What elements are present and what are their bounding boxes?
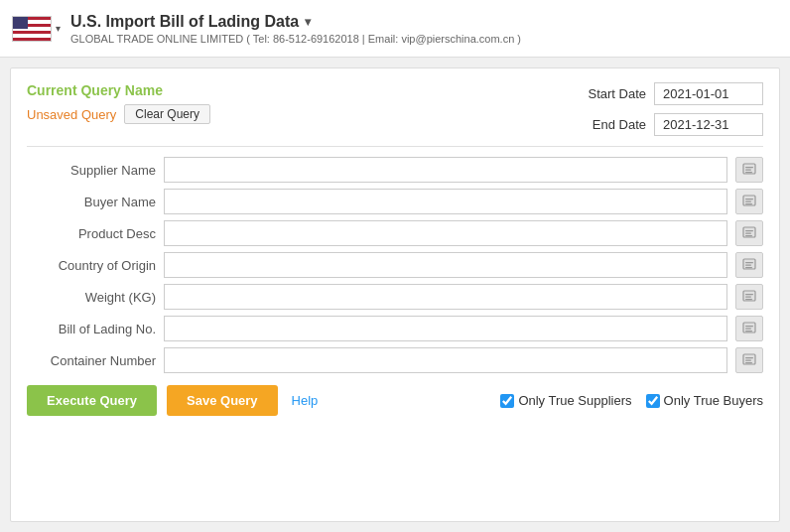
only-true-suppliers-text: Only True Suppliers [518,393,631,408]
footer: Execute Query Save Query Help Only True … [27,385,763,416]
svg-rect-18 [745,297,751,298]
header-title-block: U.S. Import Bill of Lading Data ▾ GLOBAL… [70,13,521,45]
svg-rect-7 [745,203,752,204]
field-input-container-number[interactable] [164,347,727,373]
unsaved-query-text: Unsaved Query [27,107,116,122]
field-row-supplier-name: Supplier Name [27,157,763,183]
query-left: Current Query Name Unsaved Query Clear Q… [27,82,210,124]
date-section: Start Date End Date [582,82,763,136]
us-flag-icon [12,16,52,42]
unsaved-query-row: Unsaved Query Clear Query [27,104,210,124]
flag-dropdown[interactable]: ▾ [12,16,61,42]
title-dropdown-arrow[interactable]: ▾ [305,15,311,29]
query-header: Current Query Name Unsaved Query Clear Q… [27,82,763,136]
field-row-product-desc: Product Desc [27,220,763,246]
only-true-buyers-checkbox[interactable] [646,394,660,408]
field-label-container-number: Container Number [27,353,156,368]
form-fields: Supplier Name Buyer Name Product Desc Co… [27,157,763,373]
svg-rect-1 [745,167,753,168]
field-row-country-of-origin: Country of Origin [27,252,763,278]
svg-rect-5 [745,199,753,200]
svg-rect-3 [745,172,752,173]
save-query-button[interactable]: Save Query [167,385,278,416]
field-icon-country-of-origin[interactable] [735,252,763,278]
svg-rect-22 [745,329,751,330]
end-date-input[interactable] [654,113,763,136]
field-label-bill-of-lading-no: Bill of Lading No. [27,322,156,336]
app-header: ▾ U.S. Import Bill of Lading Data ▾ GLOB… [0,0,790,58]
app-subtitle: GLOBAL TRADE ONLINE LIMITED ( Tel: 86-51… [70,33,521,45]
svg-rect-25 [745,357,753,358]
field-input-weight-kg[interactable] [164,284,727,310]
field-icon-bill-of-lading-no[interactable] [735,316,763,341]
current-query-label: Current Query Name [27,82,210,98]
svg-rect-10 [745,233,751,234]
footer-checkboxes: Only True Suppliers Only True Buyers [500,393,763,408]
svg-rect-6 [745,201,751,202]
clear-query-button[interactable]: Clear Query [124,104,210,124]
help-button[interactable]: Help [288,393,323,408]
only-true-buyers-label[interactable]: Only True Buyers [646,393,763,408]
svg-rect-26 [745,360,751,361]
field-input-bill-of-lading-no[interactable] [164,316,727,341]
svg-rect-9 [745,230,753,231]
field-input-supplier-name[interactable] [164,157,727,183]
field-label-buyer-name: Buyer Name [27,195,156,209]
field-row-container-number: Container Number [27,347,763,373]
field-row-bill-of-lading-no: Bill of Lading No. [27,316,763,341]
start-date-row: Start Date [582,82,763,105]
end-date-row: End Date [582,113,763,136]
end-date-label: End Date [582,117,646,132]
svg-rect-23 [745,331,752,332]
svg-rect-19 [745,299,752,300]
svg-rect-2 [745,170,751,171]
svg-rect-15 [745,267,752,268]
svg-rect-11 [745,235,752,236]
section-divider [27,146,763,147]
only-true-suppliers-label[interactable]: Only True Suppliers [500,393,631,408]
only-true-buyers-text: Only True Buyers [664,393,763,408]
field-label-product-desc: Product Desc [27,226,156,241]
main-content: Current Query Name Unsaved Query Clear Q… [10,67,780,522]
field-icon-container-number[interactable] [735,347,763,373]
svg-rect-27 [745,362,752,363]
field-label-weight-kg: Weight (KG) [27,290,156,305]
start-date-input[interactable] [654,82,763,105]
app-title: U.S. Import Bill of Lading Data ▾ [70,13,521,31]
field-icon-product-desc[interactable] [735,220,763,246]
field-icon-buyer-name[interactable] [735,189,763,214]
field-label-country-of-origin: Country of Origin [27,258,156,273]
svg-rect-14 [745,265,751,266]
field-input-buyer-name[interactable] [164,189,727,214]
field-input-product-desc[interactable] [164,220,727,246]
field-input-country-of-origin[interactable] [164,252,727,278]
field-icon-supplier-name[interactable] [735,157,763,183]
svg-rect-21 [745,326,753,327]
flag-dropdown-arrow[interactable]: ▾ [56,23,61,34]
field-icon-weight-kg[interactable] [735,284,763,310]
svg-rect-13 [745,262,753,263]
only-true-suppliers-checkbox[interactable] [500,394,514,408]
field-label-supplier-name: Supplier Name [27,163,156,178]
field-row-buyer-name: Buyer Name [27,189,763,214]
field-row-weight-kg: Weight (KG) [27,284,763,310]
svg-rect-17 [745,294,753,295]
start-date-label: Start Date [582,86,646,101]
execute-query-button[interactable]: Execute Query [27,385,157,416]
